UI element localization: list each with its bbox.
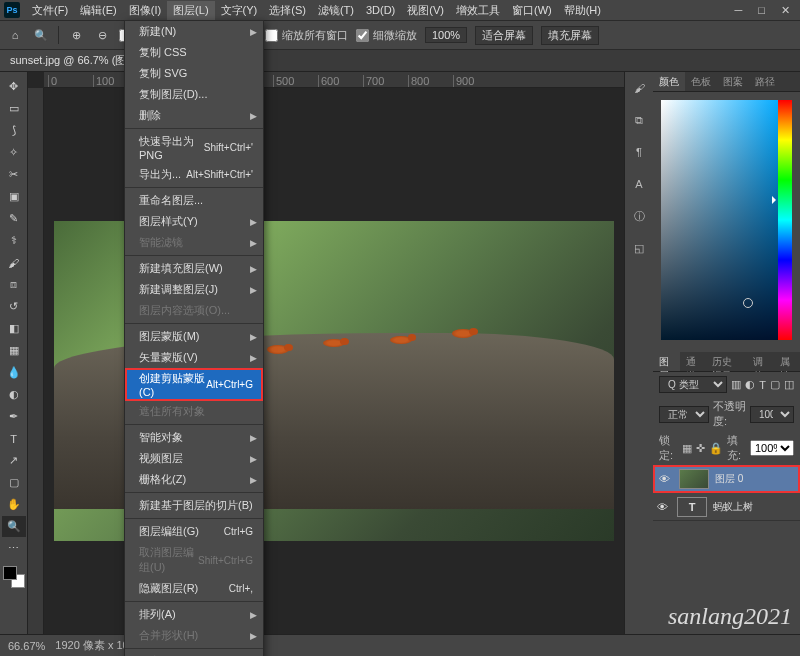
tab-历史记录[interactable]: 历史记录 — [706, 352, 747, 371]
menuitem-对齐[interactable]: 对齐(I)▶ — [125, 651, 263, 656]
menu-3D[interactable]: 3D(D) — [360, 2, 401, 18]
paragraph-panel-icon[interactable]: ¶ — [629, 142, 649, 162]
menuitem-排列[interactable]: 排列(A)▶ — [125, 604, 263, 625]
zoom-all-checkbox[interactable]: 缩放所有窗口 — [265, 28, 348, 43]
menu-窗口[interactable]: 窗口(W) — [506, 1, 558, 20]
color-swatch[interactable] — [3, 566, 25, 588]
info-panel-icon[interactable]: ⓘ — [629, 206, 649, 226]
layer-thumb[interactable] — [679, 469, 709, 489]
tab-调整[interactable]: 调整 — [747, 352, 774, 371]
hand-tool-icon[interactable]: ✋ — [2, 494, 26, 515]
menu-图像[interactable]: 图像(I) — [123, 1, 167, 20]
zoom-tool-icon[interactable]: 🔍 — [2, 516, 26, 537]
tab-属性[interactable]: 属性 — [774, 352, 801, 371]
menu-增效工具[interactable]: 增效工具 — [450, 1, 506, 20]
move-tool-icon[interactable]: ✥ — [2, 76, 26, 97]
lasso-tool-icon[interactable]: ⟆ — [2, 120, 26, 141]
filter-smart-icon[interactable]: ◫ — [784, 378, 794, 391]
menuitem-快速导出为 PNG[interactable]: 快速导出为 PNGShift+Ctrl+' — [125, 131, 263, 164]
tab-图案[interactable]: 图案 — [717, 72, 749, 91]
menuitem-新建基于图层的切片[interactable]: 新建基于图层的切片(B) — [125, 495, 263, 516]
menuitem-图层样式[interactable]: 图层样式(Y)▶ — [125, 211, 263, 232]
tab-颜色[interactable]: 颜色 — [653, 72, 685, 91]
char-panel-icon[interactable]: A — [629, 174, 649, 194]
blur-tool-icon[interactable]: 💧 — [2, 362, 26, 383]
more-tools-icon[interactable]: ⋯ — [2, 538, 26, 559]
path-tool-icon[interactable]: ↗ — [2, 450, 26, 471]
menuitem-图层编组[interactable]: 图层编组(G)Ctrl+G — [125, 521, 263, 542]
menuitem-视频图层[interactable]: 视频图层▶ — [125, 448, 263, 469]
menuitem-删除[interactable]: 删除▶ — [125, 105, 263, 126]
lock-position-icon[interactable]: ✜ — [696, 442, 705, 455]
zoom-in-icon[interactable]: ⊕ — [67, 26, 85, 44]
close-icon[interactable]: ✕ — [781, 4, 790, 17]
type-tool-icon[interactable]: T — [2, 428, 26, 449]
layer-row[interactable]: 👁图层 0 — [653, 465, 800, 493]
menuitem-复制 SVG[interactable]: 复制 SVG — [125, 63, 263, 84]
tab-路径[interactable]: 路径 — [749, 72, 781, 91]
dodge-tool-icon[interactable]: ◐ — [2, 384, 26, 405]
brush-tool-icon[interactable]: 🖌 — [2, 252, 26, 273]
menu-选择[interactable]: 选择(S) — [263, 1, 312, 20]
shape-tool-icon[interactable]: ▢ — [2, 472, 26, 493]
frame-tool-icon[interactable]: ▣ — [2, 186, 26, 207]
menu-文字[interactable]: 文字(Y) — [215, 1, 264, 20]
pen-tool-icon[interactable]: ✒ — [2, 406, 26, 427]
nav-panel-icon[interactable]: ◱ — [629, 238, 649, 258]
fill-select[interactable]: 100% — [750, 440, 794, 456]
color-picker[interactable] — [661, 100, 781, 340]
lock-all-icon[interactable]: 🔒 — [709, 442, 723, 455]
menu-编辑[interactable]: 编辑(E) — [74, 1, 123, 20]
menuitem-新建填充图层[interactable]: 新建填充图层(W)▶ — [125, 258, 263, 279]
visibility-icon[interactable]: 👁 — [657, 501, 671, 513]
menuitem-重命名图层[interactable]: 重命名图层... — [125, 190, 263, 211]
filter-adjust-icon[interactable]: ◐ — [745, 378, 755, 391]
eraser-tool-icon[interactable]: ◧ — [2, 318, 26, 339]
layer-thumb[interactable]: T — [677, 497, 707, 517]
layer-row[interactable]: 👁T蚂蚁上树 — [653, 493, 800, 521]
menu-图层[interactable]: 图层(L) — [167, 1, 214, 20]
menuitem-图层蒙版[interactable]: 图层蒙版(M)▶ — [125, 326, 263, 347]
menuitem-导出为[interactable]: 导出为...Alt+Shift+Ctrl+' — [125, 164, 263, 185]
filter-shape-icon[interactable]: ▢ — [770, 378, 780, 391]
menu-滤镜[interactable]: 滤镜(T) — [312, 1, 360, 20]
fill-screen-button[interactable]: 填充屏幕 — [541, 26, 599, 45]
visibility-icon[interactable]: 👁 — [659, 473, 673, 485]
minimize-icon[interactable]: ─ — [735, 4, 743, 17]
menuitem-创建剪贴蒙版[interactable]: 创建剪贴蒙版(C)Alt+Ctrl+G — [125, 368, 263, 401]
home-icon[interactable]: ⌂ — [6, 26, 24, 44]
filter-type-icon[interactable]: T — [759, 379, 766, 391]
blend-mode-select[interactable]: 正常 — [659, 406, 709, 423]
tab-色板[interactable]: 色板 — [685, 72, 717, 91]
menu-视图[interactable]: 视图(V) — [401, 1, 450, 20]
zoom-100-button[interactable]: 100% — [425, 27, 467, 43]
history-brush-icon[interactable]: ↺ — [2, 296, 26, 317]
crop-tool-icon[interactable]: ✂ — [2, 164, 26, 185]
menuitem-新建[interactable]: 新建(N)▶ — [125, 21, 263, 42]
hue-slider[interactable] — [778, 100, 792, 340]
zoom-out-icon[interactable]: ⊖ — [93, 26, 111, 44]
menuitem-复制图层[interactable]: 复制图层(D)... — [125, 84, 263, 105]
tab-通道[interactable]: 通道 — [680, 352, 707, 371]
menu-文件[interactable]: 文件(F) — [26, 1, 74, 20]
fit-screen-button[interactable]: 适合屏幕 — [475, 26, 533, 45]
menuitem-复制 CSS[interactable]: 复制 CSS — [125, 42, 263, 63]
menuitem-栅格化[interactable]: 栅格化(Z)▶ — [125, 469, 263, 490]
menuitem-新建调整图层[interactable]: 新建调整图层(J)▶ — [125, 279, 263, 300]
filter-image-icon[interactable]: ▥ — [731, 378, 741, 391]
menuitem-矢量蒙版[interactable]: 矢量蒙版(V)▶ — [125, 347, 263, 368]
wand-tool-icon[interactable]: ✧ — [2, 142, 26, 163]
stamp-tool-icon[interactable]: ⧈ — [2, 274, 26, 295]
clone-panel-icon[interactable]: ⧉ — [629, 110, 649, 130]
heal-tool-icon[interactable]: ⚕ — [2, 230, 26, 251]
eyedropper-tool-icon[interactable]: ✎ — [2, 208, 26, 229]
marquee-tool-icon[interactable]: ▭ — [2, 98, 26, 119]
menuitem-智能对象[interactable]: 智能对象▶ — [125, 427, 263, 448]
lock-pixels-icon[interactable]: ▦ — [682, 442, 692, 455]
layer-filter-select[interactable]: Q 类型 — [659, 376, 727, 393]
scrubby-zoom-checkbox[interactable]: 细微缩放 — [356, 28, 417, 43]
menuitem-隐藏图层[interactable]: 隐藏图层(R)Ctrl+, — [125, 578, 263, 599]
menu-帮助[interactable]: 帮助(H) — [558, 1, 607, 20]
tab-图层[interactable]: 图层 — [653, 352, 680, 371]
gradient-tool-icon[interactable]: ▦ — [2, 340, 26, 361]
